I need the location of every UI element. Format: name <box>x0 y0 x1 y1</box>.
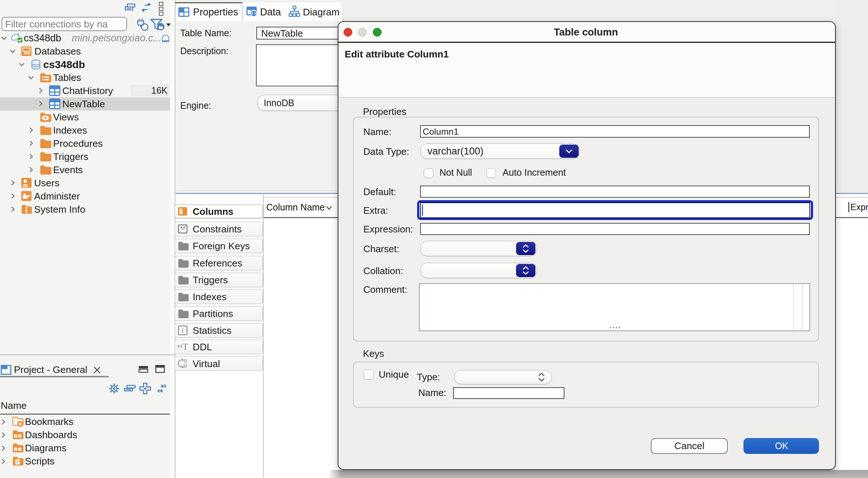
svg-text:i: i <box>182 326 183 334</box>
svg-text:T: T <box>182 342 188 352</box>
